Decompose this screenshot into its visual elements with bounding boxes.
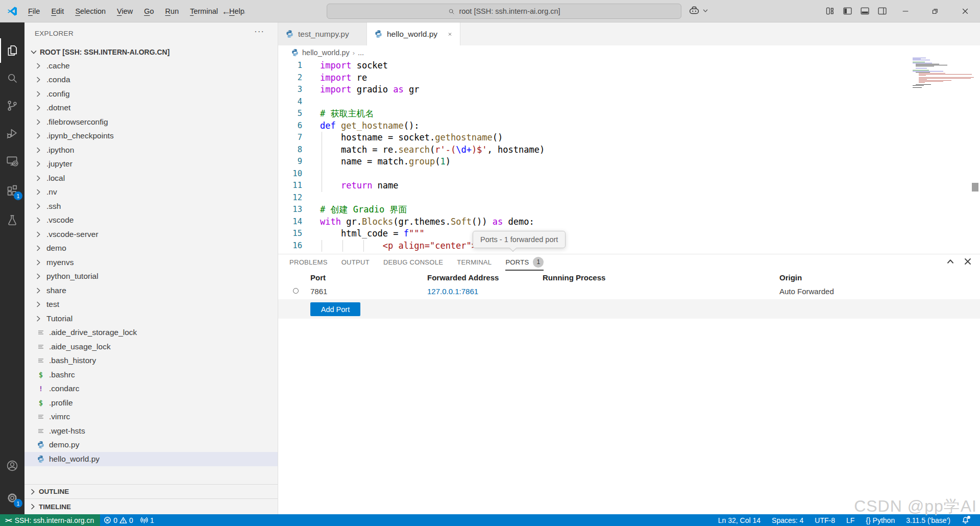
activity-explorer[interactable] xyxy=(0,38,24,63)
activity-source-control[interactable] xyxy=(0,93,24,118)
chevron-right-icon xyxy=(34,272,42,280)
indentation-status[interactable]: Spaces: 4 xyxy=(766,514,809,526)
tree-item-python_tutorial[interactable]: python_tutorial xyxy=(24,270,278,284)
tree-item-.bashrc[interactable]: $.bashrc xyxy=(24,368,278,382)
menu-terminal[interactable]: Terminal xyxy=(184,4,224,19)
tree-item-demo[interactable]: demo xyxy=(24,242,278,256)
outline-section[interactable]: OUTLINE xyxy=(24,484,278,498)
code-line-6: 6def get_hostname(): xyxy=(278,120,980,132)
source-control-icon xyxy=(6,99,19,112)
tree-item-.cache[interactable]: .cache xyxy=(24,59,278,73)
minimap[interactable] xyxy=(913,58,973,88)
tree-item-.vimrc[interactable]: .vimrc xyxy=(24,410,278,424)
breadcrumb[interactable]: hello_world.py › ... xyxy=(278,45,980,60)
editor-tab-hello_world.py[interactable]: hello_world.py xyxy=(367,22,460,45)
breadcrumb-file: hello_world.py xyxy=(302,49,350,57)
activity-extensions[interactable]: 1 xyxy=(0,178,24,203)
tree-item-hello_world.py[interactable]: hello_world.py xyxy=(24,452,278,466)
code-editor[interactable]: 1import socket2import re3import gradio a… xyxy=(278,60,980,252)
shell-file-icon: $ xyxy=(37,371,45,379)
tree-item-.filebrowserconfig[interactable]: .filebrowserconfig xyxy=(24,115,278,129)
tree-item-.wget-hsts[interactable]: .wget-hsts xyxy=(24,424,278,438)
activity-settings[interactable]: 1 xyxy=(0,486,24,510)
add-port-button[interactable]: Add Port xyxy=(310,302,360,316)
tree-item-Tutorial[interactable]: Tutorial xyxy=(24,312,278,326)
command-center[interactable]: root [SSH: ssh.intern-ai.org.cn] xyxy=(327,4,681,19)
activity-search[interactable] xyxy=(0,66,24,90)
panel-tab-debug-console[interactable]: DEBUG CONSOLE xyxy=(383,254,443,271)
tree-item-.aide_drive_storage_lock[interactable]: .aide_drive_storage_lock xyxy=(24,326,278,340)
toggle-secondary-sidebar-icon[interactable] xyxy=(877,6,888,16)
remote-status[interactable]: >< SSH: ssh.intern-ai.org.cn xyxy=(0,514,100,526)
tree-item-.jupyter[interactable]: .jupyter xyxy=(24,157,278,172)
chevron-right-icon xyxy=(34,174,42,182)
tab-label: test_numpy.py xyxy=(298,30,349,39)
tree-item-.ipython[interactable]: .ipython xyxy=(24,143,278,157)
code-line-2: 2import re xyxy=(278,72,980,84)
tree-item-.local[interactable]: .local xyxy=(24,171,278,185)
copilot-menu[interactable] xyxy=(688,5,709,17)
panel-tab-problems[interactable]: PROBLEMS xyxy=(289,254,328,271)
toggle-sidebar-icon[interactable] xyxy=(842,6,853,16)
tree-item-.config[interactable]: .config xyxy=(24,87,278,101)
menu-selection[interactable]: Selection xyxy=(69,4,111,19)
tree-item-label: .filebrowserconfig xyxy=(46,117,108,127)
text-file-icon xyxy=(37,413,45,421)
tree-item-.vscode-server[interactable]: .vscode-server xyxy=(24,227,278,242)
cursor-position-status[interactable]: Ln 32, Col 14 xyxy=(713,514,766,526)
tree-item-.ssh[interactable]: .ssh xyxy=(24,199,278,213)
tree-item-.ipynb_checkpoints[interactable]: .ipynb_checkpoints xyxy=(24,129,278,144)
tree-item-myenvs[interactable]: myenvs xyxy=(24,255,278,270)
tree-item-.conda[interactable]: .conda xyxy=(24,73,278,87)
editor-tab-test_numpy.py[interactable]: test_numpy.py xyxy=(278,22,367,45)
activity-testing[interactable] xyxy=(0,208,24,232)
tree-item-.nv[interactable]: .nv xyxy=(24,185,278,200)
panel-tab-ports[interactable]: PORTS1 xyxy=(505,254,544,271)
nav-back-icon[interactable]: ← xyxy=(219,5,233,18)
menu-go[interactable]: Go xyxy=(138,4,159,19)
timeline-section[interactable]: TIMELINE xyxy=(24,498,278,514)
tree-item-demo.py[interactable]: demo.py xyxy=(24,438,278,452)
panel-tab-output[interactable]: OUTPUT xyxy=(341,254,370,271)
activity-remote-explorer[interactable] xyxy=(0,149,24,173)
close-window-button[interactable] xyxy=(953,0,977,22)
menu-edit[interactable]: Edit xyxy=(45,4,69,19)
tree-item-.dotnet[interactable]: .dotnet xyxy=(24,101,278,115)
tree-item-label: share xyxy=(46,286,66,295)
tree-item-.condarc[interactable]: !.condarc xyxy=(24,382,278,396)
minimize-button[interactable] xyxy=(894,0,917,22)
menu-file[interactable]: File xyxy=(22,4,45,19)
activity-run-debug[interactable] xyxy=(0,121,24,146)
tree-item-.aide_usage_lock[interactable]: .aide_usage_lock xyxy=(24,340,278,354)
nav-forward-icon[interactable]: → xyxy=(236,5,249,18)
tree-item-.bash_history[interactable]: .bash_history xyxy=(24,354,278,368)
maximize-panel-icon[interactable] xyxy=(945,256,955,267)
tree-item-test[interactable]: test xyxy=(24,298,278,312)
tree-item-share[interactable]: share xyxy=(24,283,278,298)
copilot-icon xyxy=(688,5,700,17)
tree-item-.vscode[interactable]: .vscode xyxy=(24,213,278,228)
tree-item-.profile[interactable]: $.profile xyxy=(24,396,278,410)
close-tab-icon[interactable] xyxy=(446,30,454,38)
ports-tooltip: Ports - 1 forwarded port xyxy=(473,231,566,248)
toggle-panel-icon[interactable] xyxy=(860,6,870,16)
vscode-window: FileEditSelectionViewGoRunTerminalHelp ←… xyxy=(0,0,980,526)
close-panel-icon[interactable] xyxy=(963,256,973,267)
activity-accounts[interactable] xyxy=(0,453,24,478)
forwarded-address-link[interactable]: 127.0.0.1:7861 xyxy=(427,285,478,298)
tree-item-label: .local xyxy=(46,174,65,183)
editor-scrollbar-thumb[interactable] xyxy=(972,183,978,192)
tree-item-label: .ssh xyxy=(46,202,61,211)
menu-view[interactable]: View xyxy=(111,4,138,19)
restore-button[interactable] xyxy=(923,0,947,22)
tree-item-label: .bash_history xyxy=(49,356,96,365)
menu-run[interactable]: Run xyxy=(160,4,185,19)
forwarded-ports-status[interactable]: 1 xyxy=(137,514,158,526)
encoding-status[interactable]: UTF-8 xyxy=(809,514,841,526)
panel-tab-terminal[interactable]: TERMINAL xyxy=(457,254,492,271)
code-line-4: 4 xyxy=(278,96,980,108)
problems-status[interactable]: 0 0 xyxy=(100,514,137,526)
customize-layout-icon[interactable] xyxy=(825,6,836,16)
explorer-root-folder[interactable]: ROOT [SSH: SSH.INTERN-AI.ORG.CN] xyxy=(24,45,278,59)
explorer-more-actions[interactable]: ··· xyxy=(254,27,264,37)
